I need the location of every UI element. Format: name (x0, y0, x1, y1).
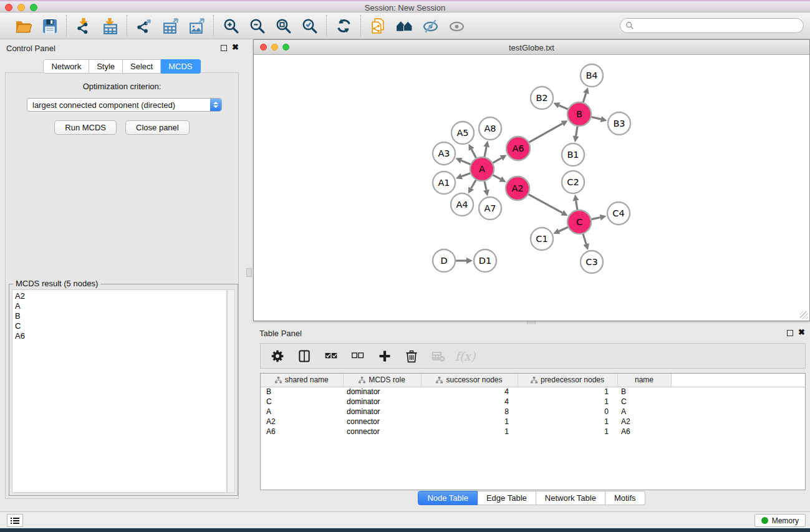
open-session-button[interactable] (12, 16, 34, 35)
table-cell[interactable]: 1 (518, 427, 617, 437)
tab-edge-table[interactable]: Edge Table (478, 491, 536, 505)
show-panels-button[interactable] (7, 514, 23, 527)
deselect-all-button[interactable] (350, 348, 366, 364)
table-cell[interactable]: dominator (343, 397, 421, 407)
edge-C-C2[interactable] (576, 201, 577, 210)
export-table-button[interactable] (160, 16, 181, 35)
column-header-mcds-role[interactable]: MCDS role (343, 374, 421, 387)
edge-B-B3[interactable] (591, 117, 600, 120)
edge-C-C3[interactable] (583, 234, 586, 244)
close-panel-button[interactable]: Close panel (125, 120, 190, 135)
graph-node-D1[interactable]: D1 (474, 249, 496, 272)
search-field[interactable] (620, 18, 804, 33)
select-all-button[interactable] (323, 348, 339, 364)
edge-A-A7[interactable] (485, 181, 486, 190)
table-cell[interactable]: dominator (343, 407, 421, 417)
search-input[interactable] (637, 21, 798, 30)
table-close-panel-icon[interactable]: ✖ (798, 327, 805, 337)
table-cell[interactable]: A6 (261, 427, 343, 437)
graph-node-C4[interactable]: C4 (607, 202, 630, 225)
table-cell[interactable]: C (261, 397, 343, 407)
mcds-result-item[interactable]: A6 (15, 331, 224, 341)
graph-node-C2[interactable]: C2 (562, 171, 584, 193)
table-float-panel-icon[interactable] (787, 330, 793, 336)
network-window-titlebar[interactable]: testGlobe.txt (254, 40, 809, 55)
graph-node-A2[interactable]: A2 (506, 177, 529, 200)
tab-motifs[interactable]: Motifs (605, 491, 645, 505)
table-cell[interactable]: A2 (261, 417, 343, 427)
run-mcds-button[interactable]: Run MCDS (54, 120, 117, 135)
tab-network[interactable]: Network (43, 59, 89, 74)
mcds-result-item[interactable]: C (15, 321, 224, 331)
graph-node-A[interactable]: A (470, 157, 494, 181)
zoom-out-button[interactable] (246, 16, 268, 35)
mcds-result-list[interactable]: A2ABCA6 (12, 289, 227, 493)
edge-B-B2[interactable] (559, 105, 568, 109)
network-canvas[interactable]: B4B2BB3A8A5A6A3B1AA1C2A2A4A7C4CC1C3DD1 (254, 56, 809, 321)
mcds-result-item[interactable]: A2 (15, 291, 224, 301)
table-cell[interactable]: 1 (421, 427, 518, 437)
column-header-name[interactable]: name (617, 374, 671, 387)
table-cell[interactable]: 8 (421, 407, 518, 417)
column-selector-button[interactable] (296, 348, 312, 364)
hide-details-button[interactable] (420, 16, 441, 35)
column-header-successor-nodes[interactable]: successor nodes (421, 374, 518, 387)
graph-node-A4[interactable]: A4 (451, 193, 473, 216)
memory-button[interactable]: Memory (755, 514, 806, 527)
column-header-shared-name[interactable]: shared name (261, 374, 343, 387)
graph-node-A1[interactable]: A1 (433, 172, 455, 194)
zoom-fit-button[interactable] (272, 16, 294, 35)
save-session-button[interactable] (39, 16, 60, 35)
tab-style[interactable]: Style (89, 59, 123, 74)
add-column-button[interactable] (377, 348, 393, 364)
graph-node-A8[interactable]: A8 (479, 117, 501, 140)
table-cell[interactable]: 1 (518, 387, 617, 397)
edge-C-C4[interactable] (592, 218, 600, 220)
close-panel-icon[interactable]: ✖ (232, 42, 239, 52)
graph-node-B1[interactable]: B1 (562, 143, 584, 166)
table-row[interactable]: Bdominator41B (261, 387, 805, 397)
table-cell[interactable]: dominator (343, 387, 421, 397)
import-table-button[interactable] (99, 16, 120, 35)
graph-node-B4[interactable]: B4 (581, 64, 603, 87)
table-cell[interactable]: B (617, 387, 671, 397)
table-cell[interactable]: A6 (617, 427, 671, 437)
edge-A6-B[interactable] (529, 123, 562, 142)
edge-B-B1[interactable] (576, 127, 577, 137)
table-row[interactable]: A6connector11A6 (261, 427, 805, 437)
edge-A2-C[interactable] (529, 195, 562, 213)
table-cell[interactable]: connector (343, 427, 421, 437)
graph-node-B2[interactable]: B2 (531, 87, 553, 109)
table-cell[interactable]: 1 (518, 417, 617, 427)
table-row[interactable]: Cdominator41C (261, 397, 805, 407)
refresh-button[interactable] (333, 16, 354, 35)
graph-node-D[interactable]: D (433, 249, 455, 272)
gear-button[interactable] (269, 348, 286, 364)
import-network-button[interactable] (73, 16, 94, 35)
clone-network-button[interactable] (367, 16, 388, 35)
edge-A-A6[interactable] (493, 158, 501, 163)
result-scrollbar[interactable] (227, 289, 235, 493)
edge-A-A4[interactable] (471, 180, 476, 188)
network-graph[interactable]: B4B2BB3A8A5A6A3B1AA1C2A2A4A7C4CC1C3DD1 (254, 56, 809, 321)
graph-node-A7[interactable]: A7 (479, 197, 501, 220)
table-cell[interactable]: A (261, 407, 343, 417)
edge-A-A5[interactable] (471, 149, 476, 158)
table-cell[interactable]: B (261, 387, 343, 397)
tab-node-table[interactable]: Node Table (418, 491, 478, 505)
vertical-splitter-grip[interactable] (246, 268, 252, 277)
export-network-button[interactable] (133, 16, 155, 35)
graph-node-A6[interactable]: A6 (506, 137, 530, 160)
table-cell[interactable]: 1 (518, 397, 617, 407)
float-panel-icon[interactable] (221, 45, 227, 51)
table-cell[interactable]: C (617, 397, 671, 407)
edge-A-A8[interactable] (485, 147, 486, 157)
zoom-in-button[interactable] (220, 16, 241, 35)
edge-B-B4[interactable] (583, 94, 586, 102)
table-cell[interactable]: 1 (421, 417, 518, 427)
mcds-result-item[interactable]: A (15, 301, 224, 311)
column-header-predecessor-nodes[interactable]: predecessor nodes (518, 374, 617, 387)
table-cell[interactable]: A2 (617, 417, 671, 427)
resize-grip-icon[interactable] (800, 311, 808, 319)
graph-node-B3[interactable]: B3 (608, 112, 630, 135)
